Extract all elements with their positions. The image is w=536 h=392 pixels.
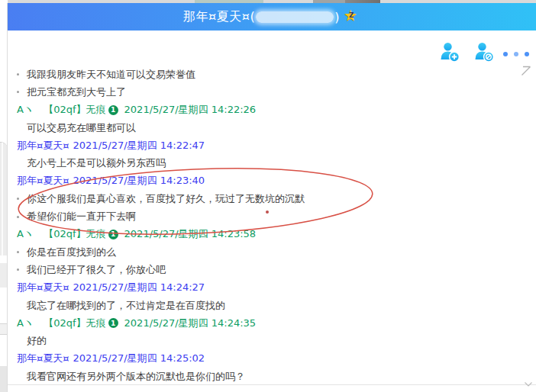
sender-name: Aヽゝ【02qf】无痕 [17, 103, 106, 117]
window-title-close-paren: ) [334, 10, 340, 24]
sender-name: Aヽゝ【02qf】无痕 [17, 227, 106, 241]
message-timestamp: 2021/5/27/星期四 14:24:35 [124, 316, 257, 330]
more-menu-icon[interactable] [503, 52, 529, 57]
window-title-text: 那年¤夏天¤( [183, 9, 255, 25]
chat-message: 我看官网还有另外两个版本的沉默也是你们的吗？ [8, 368, 536, 385]
message-timestamp: 2021/5/27/星期四 14:23:58 [124, 227, 257, 241]
sender-line: 那年¤夏天¤2021/5/27/星期四 14:24:27 [8, 279, 536, 297]
message-timestamp: 2021/5/27/星期四 14:22:47 [73, 139, 205, 153]
sender-name: 那年¤夏天¤ [17, 281, 69, 294]
chat-message: 把元宝都充到大号上了 [8, 83, 536, 101]
message-text: 你是在百度找到的么 [27, 246, 116, 259]
message-text: 可以交易充在哪里都可以 [27, 121, 136, 135]
sender-line: Aヽゝ【02qf】无痕12021/5/27/星期四 14:24:35 [8, 314, 536, 332]
sender-name: 那年¤夏天¤ [17, 139, 69, 153]
message-timestamp: 2021/5/27/星期四 14:22:26 [124, 103, 257, 117]
chat-message: 你是在百度找到的么 [8, 243, 536, 261]
level-badge: 1 [108, 230, 118, 239]
bullet-dot [17, 216, 19, 218]
sender-line: 那年¤夏天¤2021/5/27/星期四 14:22:47 [8, 137, 536, 154]
message-text: 充小号上不是可以额外另东西吗 [27, 156, 166, 170]
redacted-qq-number [256, 11, 334, 23]
sender-line: Aヽゝ【02qf】无痕12021/5/27/星期四 14:23:58 [8, 226, 536, 243]
level-badge: 1 [108, 105, 118, 115]
chat-window: 那年¤夏天¤( ) ★ Z [0, 0, 536, 392]
chat-message: 好的 [8, 332, 536, 349]
sender-line: 那年¤夏天¤2021/5/27/星期四 14:25:02 [8, 350, 536, 368]
message-text: 我忘了在哪找到的了，不过肯定是在百度找的 [27, 299, 225, 313]
bullet-dot [17, 251, 19, 253]
sender-name: Aヽゝ【02qf】无痕 [17, 316, 106, 330]
message-text: 你这个服我们是真心喜欢，百度找了好久，玩过了无数坑的沉默 [27, 192, 305, 206]
title-bar[interactable]: 那年¤夏天¤( ) ★ Z [8, 3, 536, 31]
chat-message: 我忘了在哪找到的了，不过肯定是在百度找的 [8, 297, 536, 314]
sender-line: Aヽゝ【02qf】无痕12021/5/27/星期四 14:22:26 [8, 101, 536, 119]
bullet-dot [17, 268, 19, 271]
message-text: 把元宝都充到大号上了 [27, 85, 126, 99]
message-text: 好的 [27, 334, 47, 348]
message-timestamp: 2021/5/27/星期四 14:24:27 [73, 281, 205, 294]
block-user-icon[interactable] [474, 42, 494, 63]
chat-message: 我们已经开了很久了，你放心吧 [8, 261, 536, 278]
level-badge: 1 [108, 318, 118, 328]
bullet-dot [17, 198, 19, 200]
chat-message: 可以交易充在哪里都可以 [8, 119, 536, 137]
add-friend-icon[interactable] [440, 42, 460, 63]
message-text: 希望你们能一直开下去啊 [27, 210, 136, 223]
chat-message: 希望你们能一直开下去啊 [8, 207, 536, 225]
chat-message: 你这个服我们是真心喜欢，百度找了好久，玩过了无数坑的沉默 [8, 190, 536, 207]
chevron-down-icon [524, 377, 533, 384]
chat-message: 我跟我朋友昨天不知道可以交易荣誉值 [8, 66, 536, 83]
sender-name: 那年¤夏天¤ [17, 174, 69, 188]
message-timestamp: 2021/5/27/星期四 14:23:40 [73, 174, 205, 188]
window-title: 那年¤夏天¤( ) ★ Z [183, 8, 360, 25]
message-text: 我看官网还有另外两个版本的沉默也是你们的吗？ [27, 370, 245, 384]
chat-log[interactable]: 我跟我朋友昨天不知道可以交易荣誉值把元宝都充到大号上了Aヽゝ【02qf】无痕12… [8, 66, 536, 385]
message-text: 我们已经开了很久了，你放心吧 [27, 263, 166, 277]
chat-message: 充小号上不是可以额外另东西吗 [8, 154, 536, 172]
message-text: 我跟我朋友昨天不知道可以交易荣誉值 [27, 68, 195, 82]
bullet-dot [17, 91, 19, 93]
bullet-dot [17, 73, 19, 76]
star-badge-icon: ★ Z [344, 8, 360, 25]
chat-input-divider [8, 384, 536, 385]
sender-line: 那年¤夏天¤2021/5/27/星期四 14:23:40 [8, 172, 536, 190]
message-timestamp: 2021/5/27/星期四 14:25:02 [73, 352, 205, 365]
sender-name: 那年¤夏天¤ [17, 352, 69, 365]
